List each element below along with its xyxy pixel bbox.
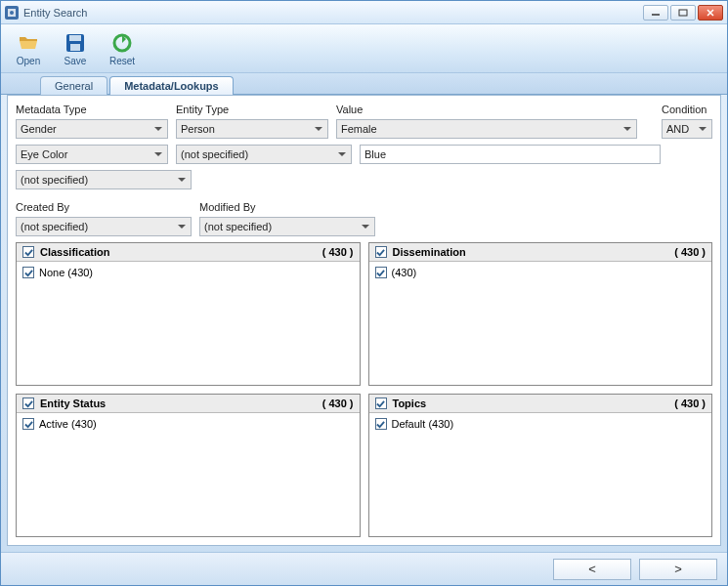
svg-rect-7 [69,35,81,41]
metadata-type-select-2[interactable]: (not specified) [16,170,192,189]
dissemination-checkbox[interactable] [375,246,387,258]
prev-button[interactable]: < [553,559,631,580]
window: Entity Search Open Save [0,0,728,586]
value-label: Value [336,104,637,115]
list-item[interactable]: Default (430) [375,417,707,431]
metadata-type-select-1[interactable]: Eye Color [16,145,168,164]
open-label: Open [17,56,40,66]
tab-metadata-lookups[interactable]: Metadata/Lookups [109,76,234,95]
next-button[interactable]: > [639,559,717,580]
dissemination-header: Dissemination ( 430 ) [369,243,712,262]
app-icon [5,6,19,20]
svg-rect-8 [70,44,80,51]
filter-header-row: Metadata Type Gender Entity Type Person … [16,104,712,139]
entity-status-body: Active (430) [17,413,360,536]
save-label: Save [64,56,87,66]
classification-count: ( 430 ) [322,246,354,258]
reset-icon [110,31,134,55]
topics-group: Topics ( 430 ) Default (430) [368,394,713,537]
entity-type-select-0[interactable]: Person [176,119,328,139]
svg-rect-3 [679,10,687,16]
condition-label: Condition [662,104,712,115]
groups-grid: Classification ( 430 ) None (430) Dissem… [16,242,712,537]
open-button[interactable]: Open [7,29,50,68]
topics-header: Topics ( 430 ) [369,395,712,413]
classification-group: Classification ( 430 ) None (430) [16,242,361,386]
item-checkbox[interactable] [22,267,34,278]
entity-status-title: Entity Status [40,398,106,409]
tabstrip: General Metadata/Lookups [1,73,727,95]
classification-checkbox[interactable] [22,246,34,258]
created-modified-row: Created By (not specified) Modified By (… [16,201,712,236]
entity-status-count: ( 430 ) [322,398,354,409]
metadata-type-select-0[interactable]: Gender [16,119,168,139]
created-by-label: Created By [16,201,192,213]
tab-general[interactable]: General [40,76,107,95]
item-label: Active (430) [39,418,97,430]
dissemination-title: Dissemination [393,246,466,258]
topics-body: Default (430) [369,413,712,536]
dissemination-count: ( 430 ) [674,246,706,258]
metadata-type-label: Metadata Type [16,104,168,115]
entity-type-select-1[interactable]: (not specified) [176,145,352,164]
entity-status-header: Entity Status ( 430 ) [17,395,360,413]
item-label: None (430) [39,267,93,278]
svg-point-1 [10,11,14,15]
item-checkbox[interactable] [375,267,387,278]
filter-row-1: Eye Color (not specified) Blue [16,145,712,164]
item-label: Default (430) [392,418,454,430]
close-button[interactable] [698,5,723,21]
entity-status-checkbox[interactable] [22,398,34,409]
reset-label: Reset [109,56,135,66]
save-icon [64,31,87,55]
modified-by-select[interactable]: (not specified) [199,217,375,236]
minimize-button[interactable] [643,5,668,21]
entity-type-label: Entity Type [176,104,328,115]
value-select-0[interactable]: Female [336,119,637,139]
dissemination-group: Dissemination ( 430 ) (430) [368,242,713,386]
topics-title: Topics [393,398,427,409]
window-controls [643,5,723,21]
item-checkbox[interactable] [375,418,387,430]
save-button[interactable]: Save [54,29,97,68]
folder-open-icon [17,31,40,55]
content-panel: Metadata Type Gender Entity Type Person … [7,95,721,546]
classification-body: None (430) [17,262,360,385]
item-label: (430) [392,267,417,278]
reset-button[interactable]: Reset [101,29,144,68]
dissemination-body: (430) [369,262,712,385]
filter-row-2: (not specified) [16,170,712,189]
value-input-1[interactable]: Blue [360,145,661,164]
item-checkbox[interactable] [22,418,34,430]
entity-status-group: Entity Status ( 430 ) Active (430) [16,394,361,537]
list-item[interactable]: None (430) [22,266,354,279]
topics-checkbox[interactable] [375,398,387,409]
bottom-nav: < > [1,552,727,585]
topics-count: ( 430 ) [674,398,706,409]
window-title: Entity Search [23,7,87,19]
classification-title: Classification [40,246,110,258]
created-by-select[interactable]: (not specified) [16,217,192,236]
condition-select-0[interactable]: AND [662,119,712,139]
list-item[interactable]: Active (430) [22,417,354,431]
classification-header: Classification ( 430 ) [17,243,360,262]
toolbar: Open Save Reset [1,24,727,73]
titlebar: Entity Search [1,1,727,24]
maximize-button[interactable] [670,5,696,21]
list-item[interactable]: (430) [375,266,707,279]
modified-by-label: Modified By [199,201,375,213]
